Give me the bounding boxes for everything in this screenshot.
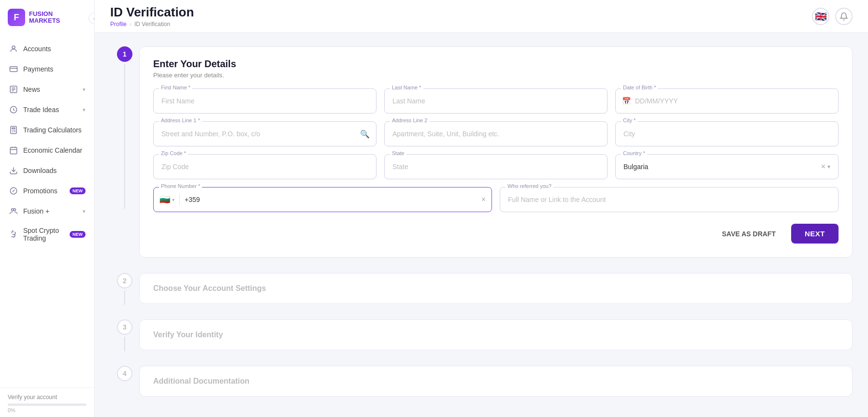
address2-input[interactable] [384, 121, 608, 146]
sidebar-item-fusion-plus[interactable]: Fusion + ▾ [0, 201, 94, 221]
step-4-col: 4 [110, 366, 139, 381]
breadcrumb-sep: › [130, 21, 131, 28]
logo-icon: F [8, 9, 25, 26]
content-area: 1 Enter Your Details Please enter your d… [95, 33, 868, 417]
language-selector[interactable]: 🇬🇧 [812, 8, 829, 25]
downloads-icon [9, 166, 18, 175]
last-name-group: Last Name * [384, 88, 608, 114]
svg-rect-15 [10, 147, 17, 154]
step-2-title: Choose Your Account Settings [153, 284, 839, 293]
sidebar-item-spot-crypto[interactable]: Spot Crypto Trading NEW [0, 221, 94, 247]
address1-label: Address Line 1 * [159, 117, 202, 123]
sidebar-item-promotions[interactable]: Promotions NEW [0, 181, 94, 201]
trading-calculators-icon [9, 125, 18, 135]
step-1-line [124, 64, 125, 209]
address2-label: Address Line 2 [390, 117, 429, 123]
state-input[interactable] [384, 154, 608, 179]
sidebar-item-downloads[interactable]: Downloads [0, 160, 94, 181]
step-2-content: Choose Your Account Settings [139, 273, 853, 312]
economic-calendar-icon [9, 145, 18, 155]
form-row-3: Zip Code * State Country * [153, 154, 839, 179]
step-4-circle: 4 [117, 366, 132, 381]
dob-group: Date of Birth * 📅 [615, 88, 839, 114]
referral-input[interactable] [500, 187, 839, 212]
state-group: State [384, 154, 608, 179]
phone-clear-button[interactable]: × [481, 195, 486, 204]
header: ID Verification Profile › ID Verificatio… [95, 0, 868, 33]
dob-label: Date of Birth * [621, 85, 658, 90]
trade-ideas-icon [9, 105, 18, 115]
form-row-2: Address Line 1 * 🔍 Address Line 2 [153, 121, 839, 146]
main-content: ID Verification Profile › ID Verificatio… [95, 0, 868, 417]
svg-rect-9 [12, 128, 15, 129]
step-3-row: 3 Verify Your Identity [110, 319, 853, 366]
step-1-title: Enter Your Details [153, 58, 839, 70]
city-input[interactable] [615, 121, 839, 146]
state-label: State [390, 150, 406, 156]
steps-wrapper: 1 Enter Your Details Please enter your d… [110, 46, 853, 412]
step-2-circle: 2 [117, 273, 132, 288]
sidebar-item-payments[interactable]: Payments [0, 59, 94, 79]
step-1-content: Enter Your Details Please enter your det… [139, 46, 853, 265]
last-name-label: Last Name * [390, 85, 423, 90]
logo: F FUSION MARKETS [0, 0, 94, 35]
country-select[interactable]: Bulgaria × ▾ [615, 154, 839, 179]
news-icon [9, 85, 18, 94]
zip-input[interactable] [153, 154, 376, 179]
phone-divider [179, 194, 180, 205]
trade-ideas-chevron: ▾ [83, 107, 86, 113]
promotions-icon [9, 186, 18, 196]
sidebar-item-trading-calculators[interactable]: Trading Calculators [0, 120, 94, 140]
step-3-circle: 3 [117, 319, 132, 335]
sidebar: F FUSION MARKETS ‹ Accounts Payments New… [0, 0, 95, 417]
city-label: City * [621, 117, 637, 123]
accounts-icon [9, 44, 18, 54]
step-1-card: Enter Your Details Please enter your det… [139, 46, 853, 258]
zip-label: Zip Code * [159, 150, 188, 156]
phone-group: Phone Number * 🇧🇬 ▾ × [153, 187, 492, 212]
country-group: Country * Bulgaria × ▾ [615, 154, 839, 179]
sidebar-item-accounts[interactable]: Accounts [0, 39, 94, 59]
logo-text: FUSION MARKETS [29, 11, 60, 25]
sidebar-nav: Accounts Payments News ▾ Trade Ideas ▾ [0, 35, 94, 388]
address1-input[interactable] [153, 121, 376, 146]
country-clear-button[interactable]: × [821, 162, 825, 171]
country-label: Country * [621, 150, 647, 156]
phone-label: Phone Number * [159, 183, 202, 189]
form-actions: SAVE AS DRAFT NEXT [153, 224, 839, 244]
phone-flag-selector[interactable]: 🇧🇬 ▾ [159, 194, 174, 205]
notifications-button[interactable] [835, 8, 853, 25]
fusion-plus-icon [9, 206, 18, 216]
phone-flag-emoji: 🇧🇬 [159, 194, 170, 205]
step-3-col: 3 [110, 319, 139, 353]
phone-input[interactable] [185, 196, 481, 203]
address-search-icon: 🔍 [360, 129, 370, 139]
address1-group: Address Line 1 * 🔍 [153, 121, 376, 146]
form-row-1: First Name * Last Name * Date of Birth * [153, 88, 839, 114]
dob-input[interactable] [615, 88, 839, 114]
promotions-badge: NEW [70, 187, 86, 194]
step-4-title: Additional Documentation [153, 377, 839, 386]
first-name-input[interactable] [153, 88, 376, 114]
step-3-title: Verify Your Identity [153, 331, 839, 339]
svg-rect-1 [10, 67, 17, 72]
zip-group: Zip Code * [153, 154, 376, 179]
header-right: 🇬🇧 [812, 8, 853, 25]
first-name-label: First Name * [159, 85, 192, 90]
referral-group: Who referred you? [500, 187, 839, 212]
svg-point-22 [14, 209, 16, 211]
step-1-header: Enter Your Details Please enter your det… [140, 47, 852, 85]
last-name-input[interactable] [384, 88, 608, 114]
next-button[interactable]: NEXT [791, 224, 839, 244]
step-1-circle: 1 [117, 46, 132, 62]
step-3-card: Verify Your Identity [139, 319, 853, 350]
country-dropdown-icon: ▾ [827, 163, 830, 170]
save-draft-button[interactable]: SAVE AS DRAFT [714, 225, 783, 243]
sidebar-item-economic-calendar[interactable]: Economic Calendar [0, 140, 94, 160]
sidebar-item-trade-ideas[interactable]: Trade Ideas ▾ [0, 100, 94, 120]
breadcrumb-profile[interactable]: Profile [110, 21, 127, 28]
step-2-row: 2 Choose Your Account Settings [110, 273, 853, 319]
sidebar-item-news[interactable]: News ▾ [0, 79, 94, 100]
header-left: ID Verification Profile › ID Verificatio… [110, 5, 194, 28]
phone-wrapper: 🇧🇬 ▾ × [153, 187, 492, 212]
